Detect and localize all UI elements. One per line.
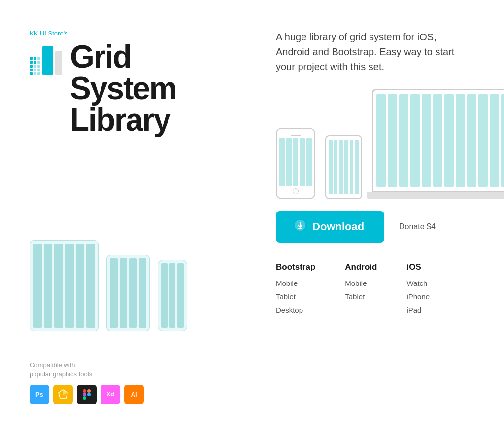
laptop-grid-col — [467, 94, 476, 187]
grid-line — [161, 263, 168, 328]
grid-line — [129, 258, 137, 328]
logo-dot — [30, 72, 33, 75]
ai-label: Ai — [131, 391, 137, 398]
laptop-grid-col — [399, 94, 408, 187]
list-item: iPad — [406, 306, 430, 314]
grid-line — [339, 140, 343, 194]
svg-point-6 — [87, 393, 91, 396]
download-icon — [294, 219, 306, 235]
svg-rect-4 — [83, 393, 86, 396]
logo-dot — [37, 69, 40, 71]
ios-column: iOS Watch iPhone iPad — [406, 262, 430, 319]
compatible-label: Compatible withpopular graphics tools — [30, 361, 256, 379]
tablet-large-preview — [30, 240, 99, 331]
bootstrap-list: Mobile Tablet Desktop — [276, 279, 315, 314]
grid-line — [120, 258, 128, 328]
grid-line — [350, 140, 354, 194]
download-svg-icon — [294, 219, 306, 232]
logo-dot — [30, 69, 33, 71]
logo-dot — [30, 61, 33, 64]
logo-dots — [30, 57, 40, 75]
logo-icon — [30, 46, 62, 75]
bootstrap-heading: Bootstrap — [276, 262, 315, 272]
action-row: Download Donate $4 — [276, 211, 504, 243]
logo-dot — [37, 65, 40, 68]
phone-outline-preview — [276, 128, 315, 199]
ps-label: Ps — [35, 391, 43, 398]
logo-bar-right — [55, 51, 62, 75]
grid-line — [54, 244, 63, 328]
laptop-grid-col — [388, 94, 397, 187]
svg-rect-3 — [87, 389, 91, 393]
left-panel: KK UI Store's — [30, 30, 256, 404]
preview-right — [276, 89, 504, 199]
photoshop-badge: Ps — [30, 385, 49, 404]
grid-line — [76, 244, 85, 328]
list-item: Tablet — [345, 292, 377, 301]
laptop-grid-col — [433, 94, 442, 187]
figma-icon — [82, 389, 91, 400]
bottom-section: Compatible withpopular graphics tools Ps — [30, 351, 256, 404]
grid-line — [355, 140, 359, 194]
main-title: Grid System Library — [70, 41, 176, 136]
laptop-grid-col — [376, 94, 386, 187]
main-container: KK UI Store's — [0, 0, 504, 424]
grid-line — [177, 263, 184, 328]
android-list: Mobile Tablet — [345, 279, 377, 301]
list-item: Tablet — [276, 292, 315, 301]
download-button[interactable]: Download — [276, 211, 384, 243]
phone-grid-line — [300, 138, 305, 186]
laptop-grid-col — [478, 94, 488, 187]
right-panel: A huge library of grid system for iOS, A… — [276, 30, 504, 404]
list-item: Watch — [406, 279, 430, 287]
logo-dot — [37, 72, 40, 75]
grid-line — [110, 258, 118, 328]
laptop-grid-col — [444, 94, 454, 187]
compatibility-table: Bootstrap Mobile Tablet Desktop Android … — [276, 262, 504, 319]
xd-badge: Xd — [101, 385, 120, 404]
logo-dot — [37, 57, 40, 60]
tablet-outline-preview — [325, 135, 362, 199]
grid-line — [65, 244, 74, 328]
ios-list: Watch iPhone iPad — [406, 279, 430, 314]
grid-line — [169, 263, 176, 328]
list-item: iPhone — [406, 292, 430, 301]
grid-line — [139, 258, 147, 328]
phone-grid-line — [286, 138, 292, 186]
phone-grid-line — [306, 138, 312, 186]
grid-line — [334, 140, 338, 194]
logo-dot — [34, 65, 36, 68]
sketch-icon — [58, 389, 68, 400]
tablet-grid — [329, 140, 359, 194]
laptop-base — [367, 192, 504, 199]
download-label: Download — [312, 220, 364, 233]
logo-dot — [30, 57, 33, 60]
grid-line — [86, 244, 95, 328]
laptop-preview — [372, 89, 504, 199]
sketch-badge — [53, 385, 73, 404]
android-column: Android Mobile Tablet — [345, 262, 377, 319]
phone-small-preview — [158, 260, 187, 331]
grid-lines — [30, 241, 98, 331]
donate-text: Donate $4 — [399, 222, 436, 231]
list-item: Desktop — [276, 306, 315, 314]
phone-grid-line — [279, 138, 285, 186]
svg-rect-2 — [83, 389, 86, 393]
grid-line — [329, 140, 333, 194]
grid-lines — [107, 255, 149, 331]
phone-grid-line — [293, 138, 299, 186]
preview-left — [30, 225, 256, 331]
grid-line — [344, 140, 348, 194]
grid-line — [44, 244, 53, 328]
logo-dot — [34, 61, 36, 64]
phone-grid — [279, 138, 312, 186]
xd-label: Xd — [106, 391, 114, 398]
laptop-grid-col — [410, 94, 420, 187]
tools-row: Ps — [30, 385, 256, 404]
laptop-grid-col — [501, 94, 504, 187]
ios-heading: iOS — [406, 262, 430, 272]
ai-badge: Ai — [124, 385, 144, 404]
description: A huge library of grid system for iOS, A… — [276, 30, 463, 74]
phone-speaker — [291, 135, 301, 136]
tablet-medium-preview — [106, 255, 150, 331]
